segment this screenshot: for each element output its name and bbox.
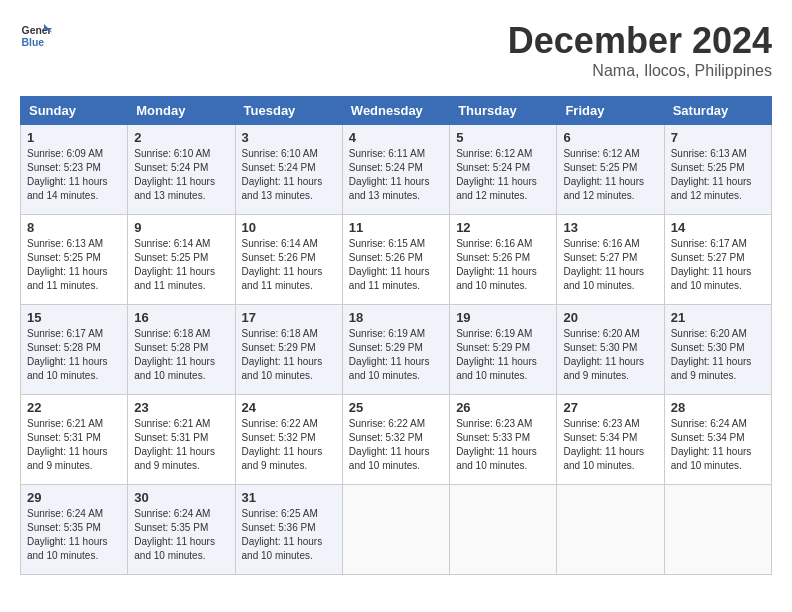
svg-text:General: General xyxy=(22,25,52,36)
logo-icon: General Blue xyxy=(20,20,52,52)
day-number: 4 xyxy=(349,130,443,145)
day-info: Sunrise: 6:24 AM Sunset: 5:34 PM Dayligh… xyxy=(671,417,765,473)
calendar-cell: 16Sunrise: 6:18 AM Sunset: 5:28 PM Dayli… xyxy=(128,305,235,395)
day-number: 8 xyxy=(27,220,121,235)
title-block: December 2024 Nama, Ilocos, Philippines xyxy=(508,20,772,80)
day-number: 10 xyxy=(242,220,336,235)
day-info: Sunrise: 6:22 AM Sunset: 5:32 PM Dayligh… xyxy=(242,417,336,473)
calendar-cell: 24Sunrise: 6:22 AM Sunset: 5:32 PM Dayli… xyxy=(235,395,342,485)
day-number: 31 xyxy=(242,490,336,505)
day-number: 28 xyxy=(671,400,765,415)
day-info: Sunrise: 6:25 AM Sunset: 5:36 PM Dayligh… xyxy=(242,507,336,563)
day-info: Sunrise: 6:23 AM Sunset: 5:33 PM Dayligh… xyxy=(456,417,550,473)
day-info: Sunrise: 6:12 AM Sunset: 5:25 PM Dayligh… xyxy=(563,147,657,203)
calendar-cell: 31Sunrise: 6:25 AM Sunset: 5:36 PM Dayli… xyxy=(235,485,342,575)
week-row-4: 22Sunrise: 6:21 AM Sunset: 5:31 PM Dayli… xyxy=(21,395,772,485)
day-info: Sunrise: 6:15 AM Sunset: 5:26 PM Dayligh… xyxy=(349,237,443,293)
location: Nama, Ilocos, Philippines xyxy=(508,62,772,80)
calendar-cell: 18Sunrise: 6:19 AM Sunset: 5:29 PM Dayli… xyxy=(342,305,449,395)
week-row-3: 15Sunrise: 6:17 AM Sunset: 5:28 PM Dayli… xyxy=(21,305,772,395)
calendar-cell: 20Sunrise: 6:20 AM Sunset: 5:30 PM Dayli… xyxy=(557,305,664,395)
day-number: 21 xyxy=(671,310,765,325)
day-info: Sunrise: 6:13 AM Sunset: 5:25 PM Dayligh… xyxy=(27,237,121,293)
calendar-cell: 19Sunrise: 6:19 AM Sunset: 5:29 PM Dayli… xyxy=(450,305,557,395)
day-number: 30 xyxy=(134,490,228,505)
day-number: 6 xyxy=(563,130,657,145)
day-info: Sunrise: 6:16 AM Sunset: 5:26 PM Dayligh… xyxy=(456,237,550,293)
day-info: Sunrise: 6:11 AM Sunset: 5:24 PM Dayligh… xyxy=(349,147,443,203)
day-info: Sunrise: 6:23 AM Sunset: 5:34 PM Dayligh… xyxy=(563,417,657,473)
calendar-cell: 22Sunrise: 6:21 AM Sunset: 5:31 PM Dayli… xyxy=(21,395,128,485)
col-header-tuesday: Tuesday xyxy=(235,97,342,125)
calendar-cell xyxy=(664,485,771,575)
day-number: 11 xyxy=(349,220,443,235)
calendar-table: SundayMondayTuesdayWednesdayThursdayFrid… xyxy=(20,96,772,575)
page-header: General Blue December 2024 Nama, Ilocos,… xyxy=(20,20,772,80)
calendar-cell: 21Sunrise: 6:20 AM Sunset: 5:30 PM Dayli… xyxy=(664,305,771,395)
col-header-sunday: Sunday xyxy=(21,97,128,125)
col-header-friday: Friday xyxy=(557,97,664,125)
day-number: 14 xyxy=(671,220,765,235)
day-info: Sunrise: 6:19 AM Sunset: 5:29 PM Dayligh… xyxy=(456,327,550,383)
calendar-cell: 27Sunrise: 6:23 AM Sunset: 5:34 PM Dayli… xyxy=(557,395,664,485)
day-number: 20 xyxy=(563,310,657,325)
calendar-cell: 29Sunrise: 6:24 AM Sunset: 5:35 PM Dayli… xyxy=(21,485,128,575)
calendar-cell: 7Sunrise: 6:13 AM Sunset: 5:25 PM Daylig… xyxy=(664,125,771,215)
day-info: Sunrise: 6:21 AM Sunset: 5:31 PM Dayligh… xyxy=(27,417,121,473)
day-number: 25 xyxy=(349,400,443,415)
day-number: 19 xyxy=(456,310,550,325)
calendar-cell: 26Sunrise: 6:23 AM Sunset: 5:33 PM Dayli… xyxy=(450,395,557,485)
day-number: 9 xyxy=(134,220,228,235)
calendar-cell: 12Sunrise: 6:16 AM Sunset: 5:26 PM Dayli… xyxy=(450,215,557,305)
calendar-cell: 2Sunrise: 6:10 AM Sunset: 5:24 PM Daylig… xyxy=(128,125,235,215)
day-info: Sunrise: 6:24 AM Sunset: 5:35 PM Dayligh… xyxy=(27,507,121,563)
day-info: Sunrise: 6:21 AM Sunset: 5:31 PM Dayligh… xyxy=(134,417,228,473)
calendar-cell: 28Sunrise: 6:24 AM Sunset: 5:34 PM Dayli… xyxy=(664,395,771,485)
day-info: Sunrise: 6:12 AM Sunset: 5:24 PM Dayligh… xyxy=(456,147,550,203)
day-info: Sunrise: 6:20 AM Sunset: 5:30 PM Dayligh… xyxy=(563,327,657,383)
day-number: 13 xyxy=(563,220,657,235)
calendar-cell: 14Sunrise: 6:17 AM Sunset: 5:27 PM Dayli… xyxy=(664,215,771,305)
calendar-cell: 25Sunrise: 6:22 AM Sunset: 5:32 PM Dayli… xyxy=(342,395,449,485)
col-header-thursday: Thursday xyxy=(450,97,557,125)
calendar-cell: 5Sunrise: 6:12 AM Sunset: 5:24 PM Daylig… xyxy=(450,125,557,215)
day-number: 22 xyxy=(27,400,121,415)
calendar-cell xyxy=(557,485,664,575)
day-number: 24 xyxy=(242,400,336,415)
day-info: Sunrise: 6:14 AM Sunset: 5:25 PM Dayligh… xyxy=(134,237,228,293)
day-number: 12 xyxy=(456,220,550,235)
day-info: Sunrise: 6:09 AM Sunset: 5:23 PM Dayligh… xyxy=(27,147,121,203)
day-info: Sunrise: 6:14 AM Sunset: 5:26 PM Dayligh… xyxy=(242,237,336,293)
calendar-cell: 4Sunrise: 6:11 AM Sunset: 5:24 PM Daylig… xyxy=(342,125,449,215)
logo: General Blue xyxy=(20,20,52,52)
calendar-cell: 15Sunrise: 6:17 AM Sunset: 5:28 PM Dayli… xyxy=(21,305,128,395)
day-number: 2 xyxy=(134,130,228,145)
day-info: Sunrise: 6:17 AM Sunset: 5:27 PM Dayligh… xyxy=(671,237,765,293)
day-number: 16 xyxy=(134,310,228,325)
day-info: Sunrise: 6:17 AM Sunset: 5:28 PM Dayligh… xyxy=(27,327,121,383)
day-info: Sunrise: 6:24 AM Sunset: 5:35 PM Dayligh… xyxy=(134,507,228,563)
svg-text:Blue: Blue xyxy=(22,37,45,48)
header-row: SundayMondayTuesdayWednesdayThursdayFrid… xyxy=(21,97,772,125)
month-title: December 2024 xyxy=(508,20,772,62)
calendar-cell: 8Sunrise: 6:13 AM Sunset: 5:25 PM Daylig… xyxy=(21,215,128,305)
day-info: Sunrise: 6:18 AM Sunset: 5:28 PM Dayligh… xyxy=(134,327,228,383)
day-number: 15 xyxy=(27,310,121,325)
calendar-cell: 10Sunrise: 6:14 AM Sunset: 5:26 PM Dayli… xyxy=(235,215,342,305)
calendar-cell: 13Sunrise: 6:16 AM Sunset: 5:27 PM Dayli… xyxy=(557,215,664,305)
week-row-5: 29Sunrise: 6:24 AM Sunset: 5:35 PM Dayli… xyxy=(21,485,772,575)
day-info: Sunrise: 6:22 AM Sunset: 5:32 PM Dayligh… xyxy=(349,417,443,473)
day-number: 29 xyxy=(27,490,121,505)
day-number: 1 xyxy=(27,130,121,145)
day-info: Sunrise: 6:18 AM Sunset: 5:29 PM Dayligh… xyxy=(242,327,336,383)
calendar-cell: 3Sunrise: 6:10 AM Sunset: 5:24 PM Daylig… xyxy=(235,125,342,215)
week-row-1: 1Sunrise: 6:09 AM Sunset: 5:23 PM Daylig… xyxy=(21,125,772,215)
calendar-cell xyxy=(342,485,449,575)
day-number: 7 xyxy=(671,130,765,145)
day-info: Sunrise: 6:13 AM Sunset: 5:25 PM Dayligh… xyxy=(671,147,765,203)
day-number: 23 xyxy=(134,400,228,415)
calendar-cell: 1Sunrise: 6:09 AM Sunset: 5:23 PM Daylig… xyxy=(21,125,128,215)
day-info: Sunrise: 6:20 AM Sunset: 5:30 PM Dayligh… xyxy=(671,327,765,383)
calendar-cell: 30Sunrise: 6:24 AM Sunset: 5:35 PM Dayli… xyxy=(128,485,235,575)
day-info: Sunrise: 6:16 AM Sunset: 5:27 PM Dayligh… xyxy=(563,237,657,293)
